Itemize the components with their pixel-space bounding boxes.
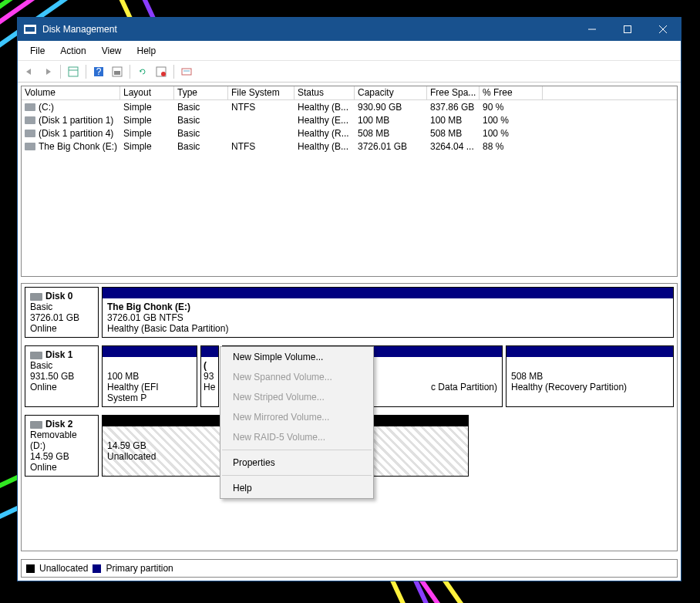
volume-row[interactable]: (Disk 1 partition 4) Simple Basic Health… [22,126,677,140]
disk-size: 931.50 GB [30,371,93,382]
col-layout[interactable]: Layout [120,86,174,100]
legend-swatch-unallocated [26,564,35,573]
menu-file[interactable]: File [22,44,52,58]
cell: 930.90 GB [355,102,427,113]
partition-status: Healthy (Recovery Partition) [511,382,668,392]
cell: Healthy (E... [294,115,355,126]
back-button[interactable] [21,63,38,80]
menubar: File Action View Help [18,41,681,61]
disk-info[interactable]: Disk 0 Basic 3726.01 GB Online [25,287,99,338]
volume-row[interactable]: The Big Chonk (E:) Simple Basic NTFS Hea… [22,140,677,153]
drive-icon [25,143,35,150]
col-volume[interactable]: Volume [22,86,120,100]
menu-help[interactable]: Help [130,44,164,58]
toolbar-icon[interactable] [178,63,195,80]
partition-name: The Big Chonk (E:) [107,302,668,312]
ctx-new-striped-volume[interactable]: New Striped Volume... [220,387,373,407]
partition-status: Healthy (Basic Data Partition) [107,323,668,334]
toolbar: ? [18,61,681,83]
cell: 100 MB [427,115,480,126]
svg-point-11 [161,72,166,76]
disk-name: Disk 2 [45,419,72,430]
partition[interactable]: 100 MB Healthy (EFI System P [102,345,197,407]
partition[interactable]: 508 MB Healthy (Recovery Partition) [506,345,674,407]
partition[interactable]: The Big Chonk (E:) 3726.01 GB NTFS Healt… [102,287,674,338]
partition-cap [506,346,673,357]
svg-text:?: ? [96,66,102,77]
minimize-button[interactable] [574,18,610,41]
ctx-new-spanned-volume[interactable]: New Spanned Volume... [220,367,373,387]
partition-size: 508 MB [511,371,668,382]
cell: NTFS [228,102,294,113]
disk-icon [30,421,42,429]
disk-state: Online [30,323,93,334]
ctx-separator [222,475,372,476]
volume-row[interactable]: (Disk 1 partition 1) Simple Basic Health… [22,113,677,126]
ctx-separator [222,450,372,450]
col-status[interactable]: Status [294,86,355,100]
disk-state: Online [30,382,93,392]
ctx-help[interactable]: Help [220,478,373,498]
partition-status: He [204,382,216,392]
ctx-new-raid5-volume[interactable]: New RAID-5 Volume... [220,427,373,447]
legend-label: Primary partition [106,563,173,574]
volume-list[interactable]: Volume Layout Type File System Status Ca… [21,86,678,277]
disk-row: Disk 0 Basic 3726.01 GB Online The Big C… [25,287,674,338]
cell: Healthy (R... [294,128,355,139]
svg-rect-4 [69,67,78,76]
cell: Simple [120,128,174,139]
cell: 3264.04 ... [427,141,480,152]
cell: 508 MB [355,128,427,139]
volume-row[interactable]: (C:) Simple Basic NTFS Healthy (B... 930… [22,100,677,113]
disk-name: Disk 0 [45,291,72,302]
ctx-properties[interactable]: Properties [220,453,373,473]
cell: Healthy (B... [294,102,355,113]
disk-size: 14.59 GB [30,451,93,462]
ctx-new-simple-volume[interactable]: New Simple Volume... [220,347,373,367]
svg-rect-1 [624,26,631,33]
close-button[interactable] [645,18,681,41]
cell: The Big Chonk (E:) [39,141,117,152]
partition-cap [103,346,197,357]
legend-label: Unallocated [39,563,88,574]
cell: Basic [174,102,228,113]
disk-info[interactable]: Disk 1 Basic 931.50 GB Online [25,345,99,407]
col-type[interactable]: Type [174,86,228,100]
partition-name: ( [204,360,216,371]
forward-button[interactable] [39,63,56,80]
cell: 100 MB [355,115,427,126]
cell: Basic [174,128,228,139]
disk-name: Disk 1 [45,349,72,360]
partition-cap [103,288,673,298]
col-capacity[interactable]: Capacity [355,86,427,100]
maximize-button[interactable] [610,18,645,41]
cell: 508 MB [427,128,480,139]
ctx-new-mirrored-volume[interactable]: New Mirrored Volume... [220,407,373,427]
toolbar-icon[interactable] [109,63,126,80]
partition[interactable]: ( 93 He [200,345,219,407]
help-toolbar-button[interactable]: ? [90,63,107,80]
disk-management-window: Disk Management File Action View Help ? … [17,17,681,581]
refresh-toolbar-button[interactable] [134,63,151,80]
partition-size: 3726.01 GB NTFS [107,312,668,323]
partition-size: 93 [204,371,216,382]
svg-rect-12 [182,69,191,75]
col-fs[interactable]: File System [228,86,294,100]
menu-action[interactable]: Action [52,44,93,58]
cell: Simple [120,115,174,126]
col-pct[interactable]: % Free [480,86,543,100]
menu-view[interactable]: View [94,44,130,58]
disk-icon [30,293,42,301]
col-free[interactable]: Free Spa... [427,86,480,100]
titlebar[interactable]: Disk Management [18,18,681,41]
svg-rect-9 [114,71,120,75]
toolbar-icon[interactable] [153,63,170,80]
cell: 3726.01 GB [355,141,427,152]
disk-info[interactable]: Disk 2 Removable (D:) 14.59 GB Online [25,415,99,477]
disk-type: Basic [30,302,93,312]
toolbar-icon[interactable] [65,63,82,80]
drive-icon [25,103,35,111]
cell: NTFS [228,141,294,152]
app-icon [24,25,36,34]
partition-cap [201,346,218,357]
